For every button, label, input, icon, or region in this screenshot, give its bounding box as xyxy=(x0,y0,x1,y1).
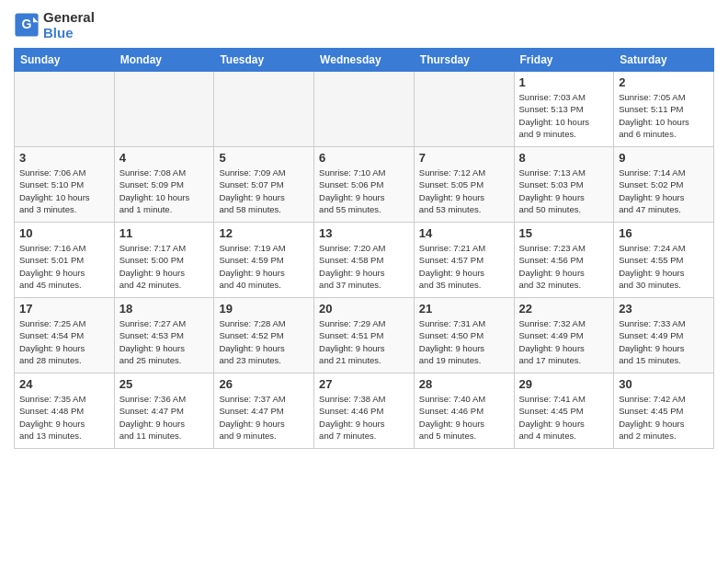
calendar-cell: 26Sunrise: 7:37 AM Sunset: 4:47 PM Dayli… xyxy=(214,373,314,449)
day-number: 12 xyxy=(219,226,309,240)
day-info: Sunrise: 7:28 AM Sunset: 4:52 PM Dayligh… xyxy=(219,317,309,366)
calendar-cell: 15Sunrise: 7:23 AM Sunset: 4:56 PM Dayli… xyxy=(514,223,614,298)
calendar-cell: 28Sunrise: 7:40 AM Sunset: 4:46 PM Dayli… xyxy=(414,373,514,449)
day-info: Sunrise: 7:14 AM Sunset: 5:02 PM Dayligh… xyxy=(619,167,709,215)
calendar-body: 1Sunrise: 7:03 AM Sunset: 5:13 PM Daylig… xyxy=(15,72,714,449)
day-info: Sunrise: 7:16 AM Sunset: 5:01 PM Dayligh… xyxy=(19,242,109,291)
svg-text:G: G xyxy=(22,17,32,31)
calendar-cell: 18Sunrise: 7:27 AM Sunset: 4:53 PM Dayli… xyxy=(114,298,214,373)
day-number: 20 xyxy=(319,302,409,316)
day-info: Sunrise: 7:13 AM Sunset: 5:03 PM Dayligh… xyxy=(519,167,609,215)
calendar-cell: 2Sunrise: 7:05 AM Sunset: 5:11 PM Daylig… xyxy=(614,72,714,147)
day-info: Sunrise: 7:23 AM Sunset: 4:56 PM Dayligh… xyxy=(519,242,609,291)
weekday-header-sunday: Sunday xyxy=(15,49,115,72)
calendar-week-3: 10Sunrise: 7:16 AM Sunset: 5:01 PM Dayli… xyxy=(15,223,714,298)
day-info: Sunrise: 7:03 AM Sunset: 5:13 PM Dayligh… xyxy=(519,91,609,140)
day-info: Sunrise: 7:37 AM Sunset: 4:47 PM Dayligh… xyxy=(219,393,309,442)
day-number: 19 xyxy=(219,302,309,316)
logo-text: General Blue xyxy=(43,9,95,40)
day-info: Sunrise: 7:06 AM Sunset: 5:10 PM Dayligh… xyxy=(19,167,109,215)
calendar-cell: 6Sunrise: 7:10 AM Sunset: 5:06 PM Daylig… xyxy=(314,147,415,223)
day-info: Sunrise: 7:12 AM Sunset: 5:05 PM Dayligh… xyxy=(419,167,509,215)
day-info: Sunrise: 7:10 AM Sunset: 5:06 PM Dayligh… xyxy=(319,167,409,215)
calendar-week-4: 17Sunrise: 7:25 AM Sunset: 4:54 PM Dayli… xyxy=(15,298,714,373)
day-number: 6 xyxy=(319,151,409,165)
day-info: Sunrise: 7:31 AM Sunset: 4:50 PM Dayligh… xyxy=(419,317,509,366)
day-number: 29 xyxy=(519,377,609,391)
calendar-table: SundayMondayTuesdayWednesdayThursdayFrid… xyxy=(14,48,714,449)
day-info: Sunrise: 7:24 AM Sunset: 4:55 PM Dayligh… xyxy=(619,242,709,291)
calendar-cell: 1Sunrise: 7:03 AM Sunset: 5:13 PM Daylig… xyxy=(514,72,614,147)
day-number: 5 xyxy=(219,151,309,165)
day-info: Sunrise: 7:35 AM Sunset: 4:48 PM Dayligh… xyxy=(19,393,109,442)
day-number: 15 xyxy=(519,226,609,240)
calendar-cell: 8Sunrise: 7:13 AM Sunset: 5:03 PM Daylig… xyxy=(514,147,614,223)
day-info: Sunrise: 7:17 AM Sunset: 5:00 PM Dayligh… xyxy=(119,242,210,291)
day-number: 2 xyxy=(619,75,709,89)
calendar-cell: 10Sunrise: 7:16 AM Sunset: 5:01 PM Dayli… xyxy=(15,223,115,298)
calendar-cell: 25Sunrise: 7:36 AM Sunset: 4:47 PM Dayli… xyxy=(114,373,214,449)
calendar-week-1: 1Sunrise: 7:03 AM Sunset: 5:13 PM Daylig… xyxy=(15,72,714,147)
calendar-cell: 16Sunrise: 7:24 AM Sunset: 4:55 PM Dayli… xyxy=(614,223,714,298)
weekday-header-wednesday: Wednesday xyxy=(314,49,415,72)
calendar-week-2: 3Sunrise: 7:06 AM Sunset: 5:10 PM Daylig… xyxy=(15,147,714,223)
calendar-cell: 5Sunrise: 7:09 AM Sunset: 5:07 PM Daylig… xyxy=(214,147,314,223)
day-info: Sunrise: 7:41 AM Sunset: 4:45 PM Dayligh… xyxy=(519,393,609,442)
day-number: 27 xyxy=(319,377,409,391)
logo: G General Blue xyxy=(14,9,95,40)
day-info: Sunrise: 7:27 AM Sunset: 4:53 PM Dayligh… xyxy=(119,317,210,366)
day-info: Sunrise: 7:08 AM Sunset: 5:09 PM Dayligh… xyxy=(119,167,210,215)
day-info: Sunrise: 7:40 AM Sunset: 4:46 PM Dayligh… xyxy=(419,393,509,442)
day-info: Sunrise: 7:20 AM Sunset: 4:58 PM Dayligh… xyxy=(319,242,409,291)
day-info: Sunrise: 7:36 AM Sunset: 4:47 PM Dayligh… xyxy=(119,393,210,442)
weekday-header-tuesday: Tuesday xyxy=(214,49,314,72)
calendar-cell: 14Sunrise: 7:21 AM Sunset: 4:57 PM Dayli… xyxy=(414,223,514,298)
day-number: 7 xyxy=(419,151,509,165)
header: G General Blue xyxy=(14,9,714,40)
calendar-cell: 21Sunrise: 7:31 AM Sunset: 4:50 PM Dayli… xyxy=(414,298,514,373)
weekday-header-thursday: Thursday xyxy=(414,49,514,72)
day-number: 23 xyxy=(619,302,709,316)
day-number: 30 xyxy=(619,377,709,391)
calendar-cell: 29Sunrise: 7:41 AM Sunset: 4:45 PM Dayli… xyxy=(514,373,614,449)
day-number: 1 xyxy=(519,75,609,89)
day-number: 17 xyxy=(19,302,109,316)
day-number: 22 xyxy=(519,302,609,316)
calendar-cell: 19Sunrise: 7:28 AM Sunset: 4:52 PM Dayli… xyxy=(214,298,314,373)
day-info: Sunrise: 7:05 AM Sunset: 5:11 PM Dayligh… xyxy=(619,91,709,140)
calendar-cell xyxy=(314,72,415,147)
calendar-cell: 30Sunrise: 7:42 AM Sunset: 4:45 PM Dayli… xyxy=(614,373,714,449)
weekday-header-row: SundayMondayTuesdayWednesdayThursdayFrid… xyxy=(15,49,714,72)
calendar-cell: 7Sunrise: 7:12 AM Sunset: 5:05 PM Daylig… xyxy=(414,147,514,223)
day-info: Sunrise: 7:42 AM Sunset: 4:45 PM Dayligh… xyxy=(619,393,709,442)
calendar-cell xyxy=(114,72,214,147)
weekday-header-friday: Friday xyxy=(514,49,614,72)
day-number: 11 xyxy=(119,226,210,240)
day-number: 25 xyxy=(119,377,210,391)
day-number: 4 xyxy=(119,151,210,165)
day-number: 21 xyxy=(419,302,509,316)
weekday-header-saturday: Saturday xyxy=(614,49,714,72)
day-info: Sunrise: 7:25 AM Sunset: 4:54 PM Dayligh… xyxy=(19,317,109,366)
calendar-cell xyxy=(15,72,115,147)
day-number: 9 xyxy=(619,151,709,165)
day-number: 14 xyxy=(419,226,509,240)
calendar-cell: 20Sunrise: 7:29 AM Sunset: 4:51 PM Dayli… xyxy=(314,298,415,373)
calendar-cell: 27Sunrise: 7:38 AM Sunset: 4:46 PM Dayli… xyxy=(314,373,415,449)
day-number: 28 xyxy=(419,377,509,391)
day-info: Sunrise: 7:21 AM Sunset: 4:57 PM Dayligh… xyxy=(419,242,509,291)
calendar-cell: 11Sunrise: 7:17 AM Sunset: 5:00 PM Dayli… xyxy=(114,223,214,298)
calendar-cell: 22Sunrise: 7:32 AM Sunset: 4:49 PM Dayli… xyxy=(514,298,614,373)
day-number: 16 xyxy=(619,226,709,240)
calendar-cell: 4Sunrise: 7:08 AM Sunset: 5:09 PM Daylig… xyxy=(114,147,214,223)
calendar-cell: 13Sunrise: 7:20 AM Sunset: 4:58 PM Dayli… xyxy=(314,223,415,298)
day-number: 3 xyxy=(19,151,109,165)
calendar-cell: 3Sunrise: 7:06 AM Sunset: 5:10 PM Daylig… xyxy=(15,147,115,223)
day-number: 8 xyxy=(519,151,609,165)
weekday-header-monday: Monday xyxy=(114,49,214,72)
day-number: 13 xyxy=(319,226,409,240)
logo-icon: G xyxy=(14,12,40,38)
day-number: 10 xyxy=(19,226,109,240)
calendar-cell: 23Sunrise: 7:33 AM Sunset: 4:49 PM Dayli… xyxy=(614,298,714,373)
day-info: Sunrise: 7:33 AM Sunset: 4:49 PM Dayligh… xyxy=(619,317,709,366)
